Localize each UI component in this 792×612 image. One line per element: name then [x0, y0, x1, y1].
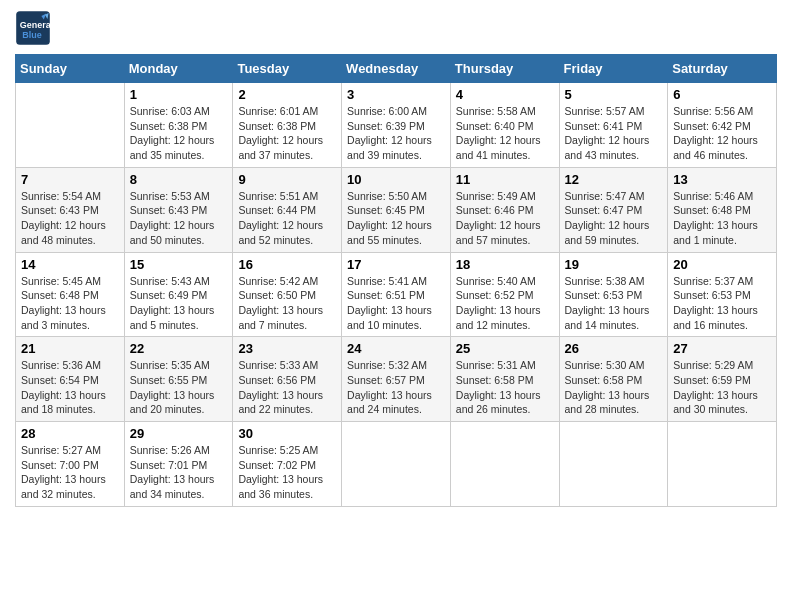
day-info: Sunrise: 5:53 AMSunset: 6:43 PMDaylight:…: [130, 189, 228, 248]
calendar-cell: 21Sunrise: 5:36 AMSunset: 6:54 PMDayligh…: [16, 337, 125, 422]
day-number: 26: [565, 341, 663, 356]
day-number: 5: [565, 87, 663, 102]
calendar-cell: 13Sunrise: 5:46 AMSunset: 6:48 PMDayligh…: [668, 167, 777, 252]
day-info: Sunrise: 5:29 AMSunset: 6:59 PMDaylight:…: [673, 358, 771, 417]
day-info: Sunrise: 5:45 AMSunset: 6:48 PMDaylight:…: [21, 274, 119, 333]
calendar-week-2: 7Sunrise: 5:54 AMSunset: 6:43 PMDaylight…: [16, 167, 777, 252]
day-number: 14: [21, 257, 119, 272]
day-info: Sunrise: 5:33 AMSunset: 6:56 PMDaylight:…: [238, 358, 336, 417]
calendar-week-4: 21Sunrise: 5:36 AMSunset: 6:54 PMDayligh…: [16, 337, 777, 422]
calendar-cell: 19Sunrise: 5:38 AMSunset: 6:53 PMDayligh…: [559, 252, 668, 337]
day-number: 1: [130, 87, 228, 102]
day-info: Sunrise: 6:00 AMSunset: 6:39 PMDaylight:…: [347, 104, 445, 163]
day-number: 17: [347, 257, 445, 272]
day-number: 22: [130, 341, 228, 356]
calendar-cell: 20Sunrise: 5:37 AMSunset: 6:53 PMDayligh…: [668, 252, 777, 337]
svg-text:General: General: [20, 20, 51, 30]
calendar-cell: 29Sunrise: 5:26 AMSunset: 7:01 PMDayligh…: [124, 422, 233, 507]
calendar-cell: 15Sunrise: 5:43 AMSunset: 6:49 PMDayligh…: [124, 252, 233, 337]
calendar-cell: 8Sunrise: 5:53 AMSunset: 6:43 PMDaylight…: [124, 167, 233, 252]
day-number: 12: [565, 172, 663, 187]
logo-svg: General Blue: [15, 10, 51, 46]
calendar-cell: [668, 422, 777, 507]
day-info: Sunrise: 6:01 AMSunset: 6:38 PMDaylight:…: [238, 104, 336, 163]
day-number: 30: [238, 426, 336, 441]
day-number: 3: [347, 87, 445, 102]
day-info: Sunrise: 5:35 AMSunset: 6:55 PMDaylight:…: [130, 358, 228, 417]
page-header: General Blue: [15, 10, 777, 46]
day-number: 28: [21, 426, 119, 441]
calendar-header: SundayMondayTuesdayWednesdayThursdayFrid…: [16, 55, 777, 83]
day-info: Sunrise: 5:38 AMSunset: 6:53 PMDaylight:…: [565, 274, 663, 333]
calendar-cell: [16, 83, 125, 168]
day-number: 6: [673, 87, 771, 102]
day-number: 27: [673, 341, 771, 356]
day-number: 9: [238, 172, 336, 187]
calendar-cell: 27Sunrise: 5:29 AMSunset: 6:59 PMDayligh…: [668, 337, 777, 422]
calendar-cell: 10Sunrise: 5:50 AMSunset: 6:45 PMDayligh…: [342, 167, 451, 252]
calendar-cell: 22Sunrise: 5:35 AMSunset: 6:55 PMDayligh…: [124, 337, 233, 422]
calendar-cell: 17Sunrise: 5:41 AMSunset: 6:51 PMDayligh…: [342, 252, 451, 337]
calendar-cell: 11Sunrise: 5:49 AMSunset: 6:46 PMDayligh…: [450, 167, 559, 252]
calendar-cell: 1Sunrise: 6:03 AMSunset: 6:38 PMDaylight…: [124, 83, 233, 168]
day-info: Sunrise: 5:47 AMSunset: 6:47 PMDaylight:…: [565, 189, 663, 248]
day-info: Sunrise: 6:03 AMSunset: 6:38 PMDaylight:…: [130, 104, 228, 163]
day-info: Sunrise: 5:49 AMSunset: 6:46 PMDaylight:…: [456, 189, 554, 248]
day-info: Sunrise: 5:40 AMSunset: 6:52 PMDaylight:…: [456, 274, 554, 333]
svg-text:Blue: Blue: [22, 30, 42, 40]
day-number: 13: [673, 172, 771, 187]
calendar-week-5: 28Sunrise: 5:27 AMSunset: 7:00 PMDayligh…: [16, 422, 777, 507]
calendar-cell: 7Sunrise: 5:54 AMSunset: 6:43 PMDaylight…: [16, 167, 125, 252]
day-info: Sunrise: 5:27 AMSunset: 7:00 PMDaylight:…: [21, 443, 119, 502]
day-number: 19: [565, 257, 663, 272]
day-number: 15: [130, 257, 228, 272]
calendar-cell: 26Sunrise: 5:30 AMSunset: 6:58 PMDayligh…: [559, 337, 668, 422]
calendar-cell: 16Sunrise: 5:42 AMSunset: 6:50 PMDayligh…: [233, 252, 342, 337]
weekday-sunday: Sunday: [16, 55, 125, 83]
weekday-monday: Monday: [124, 55, 233, 83]
logo: General Blue: [15, 10, 55, 46]
calendar-cell: [342, 422, 451, 507]
day-number: 20: [673, 257, 771, 272]
calendar-cell: 14Sunrise: 5:45 AMSunset: 6:48 PMDayligh…: [16, 252, 125, 337]
calendar-cell: 23Sunrise: 5:33 AMSunset: 6:56 PMDayligh…: [233, 337, 342, 422]
calendar-cell: 28Sunrise: 5:27 AMSunset: 7:00 PMDayligh…: [16, 422, 125, 507]
day-info: Sunrise: 5:36 AMSunset: 6:54 PMDaylight:…: [21, 358, 119, 417]
day-info: Sunrise: 5:37 AMSunset: 6:53 PMDaylight:…: [673, 274, 771, 333]
day-info: Sunrise: 5:46 AMSunset: 6:48 PMDaylight:…: [673, 189, 771, 248]
day-number: 23: [238, 341, 336, 356]
weekday-wednesday: Wednesday: [342, 55, 451, 83]
day-info: Sunrise: 5:26 AMSunset: 7:01 PMDaylight:…: [130, 443, 228, 502]
day-number: 2: [238, 87, 336, 102]
day-info: Sunrise: 5:58 AMSunset: 6:40 PMDaylight:…: [456, 104, 554, 163]
day-info: Sunrise: 5:42 AMSunset: 6:50 PMDaylight:…: [238, 274, 336, 333]
day-number: 25: [456, 341, 554, 356]
calendar-cell: 4Sunrise: 5:58 AMSunset: 6:40 PMDaylight…: [450, 83, 559, 168]
day-number: 4: [456, 87, 554, 102]
day-number: 24: [347, 341, 445, 356]
weekday-tuesday: Tuesday: [233, 55, 342, 83]
day-number: 10: [347, 172, 445, 187]
day-info: Sunrise: 5:54 AMSunset: 6:43 PMDaylight:…: [21, 189, 119, 248]
day-number: 16: [238, 257, 336, 272]
calendar-cell: 18Sunrise: 5:40 AMSunset: 6:52 PMDayligh…: [450, 252, 559, 337]
calendar-table: SundayMondayTuesdayWednesdayThursdayFrid…: [15, 54, 777, 507]
day-number: 18: [456, 257, 554, 272]
calendar-week-3: 14Sunrise: 5:45 AMSunset: 6:48 PMDayligh…: [16, 252, 777, 337]
calendar-cell: 24Sunrise: 5:32 AMSunset: 6:57 PMDayligh…: [342, 337, 451, 422]
calendar-cell: 6Sunrise: 5:56 AMSunset: 6:42 PMDaylight…: [668, 83, 777, 168]
calendar-week-1: 1Sunrise: 6:03 AMSunset: 6:38 PMDaylight…: [16, 83, 777, 168]
day-info: Sunrise: 5:56 AMSunset: 6:42 PMDaylight:…: [673, 104, 771, 163]
calendar-cell: 5Sunrise: 5:57 AMSunset: 6:41 PMDaylight…: [559, 83, 668, 168]
calendar-cell: 9Sunrise: 5:51 AMSunset: 6:44 PMDaylight…: [233, 167, 342, 252]
calendar-cell: 3Sunrise: 6:00 AMSunset: 6:39 PMDaylight…: [342, 83, 451, 168]
day-number: 21: [21, 341, 119, 356]
day-info: Sunrise: 5:43 AMSunset: 6:49 PMDaylight:…: [130, 274, 228, 333]
day-info: Sunrise: 5:32 AMSunset: 6:57 PMDaylight:…: [347, 358, 445, 417]
day-info: Sunrise: 5:25 AMSunset: 7:02 PMDaylight:…: [238, 443, 336, 502]
day-number: 7: [21, 172, 119, 187]
day-number: 11: [456, 172, 554, 187]
calendar-cell: 30Sunrise: 5:25 AMSunset: 7:02 PMDayligh…: [233, 422, 342, 507]
day-number: 29: [130, 426, 228, 441]
weekday-saturday: Saturday: [668, 55, 777, 83]
